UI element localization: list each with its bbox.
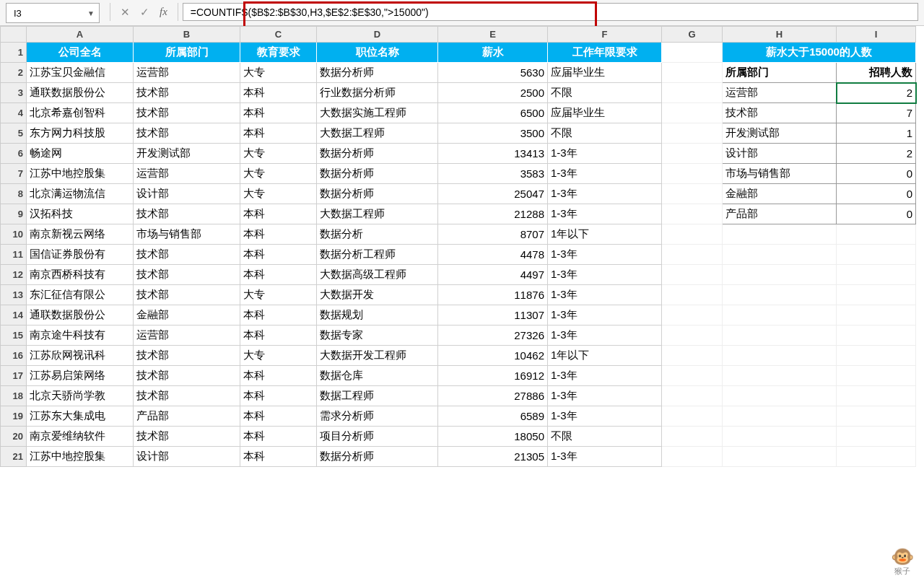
cell-A11[interactable]: 国信证券股份有: [27, 245, 134, 265]
cell-E12[interactable]: 4497: [438, 265, 548, 285]
cell-F20[interactable]: 不限: [548, 427, 662, 447]
cell-D18[interactable]: 数据工程师: [317, 386, 438, 406]
cell-F16[interactable]: 1年以下: [548, 346, 662, 366]
cell-G5[interactable]: [662, 123, 723, 144]
row-header-10[interactable]: 10: [1, 224, 27, 245]
cell-E21[interactable]: 21305: [438, 447, 548, 467]
cell-E20[interactable]: 18050: [438, 427, 548, 447]
cell-B19[interactable]: 产品部: [134, 406, 240, 427]
summary-dept-9[interactable]: 产品部: [723, 204, 837, 224]
row-header-2[interactable]: 2: [1, 63, 27, 83]
row-header-1[interactable]: 1: [1, 43, 27, 63]
cell-G13[interactable]: [662, 285, 723, 305]
spreadsheet-grid[interactable]: ABCDEFGHI1公司全名所属部门教育要求职位名称薪水工作年限要求薪水大于15…: [0, 26, 924, 467]
row-header-7[interactable]: 7: [1, 164, 27, 184]
summary-col1-header[interactable]: 所属部门: [723, 63, 837, 83]
summary-title[interactable]: 薪水大于15000的人数: [723, 43, 916, 63]
cell-G20[interactable]: [662, 427, 723, 447]
cell-H13[interactable]: [723, 285, 837, 305]
col-header-B[interactable]: B: [134, 27, 240, 43]
cell-B15[interactable]: 运营部: [134, 326, 240, 346]
cell-G4[interactable]: [662, 103, 723, 123]
cell-C8[interactable]: 大专: [240, 184, 317, 204]
cell-G2[interactable]: [662, 63, 723, 83]
summary-dept-5[interactable]: 开发测试部: [723, 123, 837, 144]
col-header-G[interactable]: G: [662, 27, 723, 43]
cell-D20[interactable]: 项目分析师: [317, 427, 438, 447]
cell-D7[interactable]: 数据分析师: [317, 164, 438, 184]
cell-C12[interactable]: 本科: [240, 265, 317, 285]
cell-I21[interactable]: [837, 447, 916, 467]
cell-G3[interactable]: [662, 83, 723, 103]
cell-I14[interactable]: [837, 305, 916, 326]
row-header-5[interactable]: 5: [1, 123, 27, 144]
main-header-E[interactable]: 薪水: [438, 43, 548, 63]
row-header-21[interactable]: 21: [1, 447, 27, 467]
summary-count-5[interactable]: 1: [837, 123, 916, 144]
cell-F17[interactable]: 1-3年: [548, 366, 662, 386]
cell-B17[interactable]: 技术部: [134, 366, 240, 386]
row-header-19[interactable]: 19: [1, 406, 27, 427]
cell-C2[interactable]: 大专: [240, 63, 317, 83]
cell-E8[interactable]: 25047: [438, 184, 548, 204]
cell-E7[interactable]: 3583: [438, 164, 548, 184]
cell-D12[interactable]: 大数据高级工程师: [317, 265, 438, 285]
cell-D13[interactable]: 大数据开发: [317, 285, 438, 305]
cell-E18[interactable]: 27886: [438, 386, 548, 406]
cell-H21[interactable]: [723, 447, 837, 467]
confirm-icon[interactable]: ✓: [140, 6, 149, 19]
row-header-3[interactable]: 3: [1, 83, 27, 103]
cell-E16[interactable]: 10462: [438, 346, 548, 366]
cell-F9[interactable]: 1-3年: [548, 204, 662, 224]
cell-C19[interactable]: 本科: [240, 406, 317, 427]
cell-A17[interactable]: 江苏易启策网络: [27, 366, 134, 386]
cell-B8[interactable]: 设计部: [134, 184, 240, 204]
cell-A14[interactable]: 通联数据股份公: [27, 305, 134, 326]
cell-D4[interactable]: 大数据实施工程师: [317, 103, 438, 123]
cell-D6[interactable]: 数据分析师: [317, 144, 438, 164]
cell-B12[interactable]: 技术部: [134, 265, 240, 285]
cell-I18[interactable]: [837, 386, 916, 406]
cell-B3[interactable]: 技术部: [134, 83, 240, 103]
cell-I17[interactable]: [837, 366, 916, 386]
summary-count-7[interactable]: 0: [837, 164, 916, 184]
summary-dept-4[interactable]: 技术部: [723, 103, 837, 123]
row-header-17[interactable]: 17: [1, 366, 27, 386]
cell-I16[interactable]: [837, 346, 916, 366]
cell-G21[interactable]: [662, 447, 723, 467]
cell-H18[interactable]: [723, 386, 837, 406]
cell-A9[interactable]: 汉拓科技: [27, 204, 134, 224]
main-header-D[interactable]: 职位名称: [317, 43, 438, 63]
cell-D14[interactable]: 数据规划: [317, 305, 438, 326]
cell-I11[interactable]: [837, 245, 916, 265]
cell-F3[interactable]: 不限: [548, 83, 662, 103]
cell-D16[interactable]: 大数据开发工程师: [317, 346, 438, 366]
summary-dept-6[interactable]: 设计部: [723, 144, 837, 164]
cell-E2[interactable]: 5630: [438, 63, 548, 83]
cell-F5[interactable]: 不限: [548, 123, 662, 144]
cell-C20[interactable]: 本科: [240, 427, 317, 447]
cell-I15[interactable]: [837, 326, 916, 346]
cell-E6[interactable]: 13413: [438, 144, 548, 164]
cell-G6[interactable]: [662, 144, 723, 164]
cell-D3[interactable]: 行业数据分析师: [317, 83, 438, 103]
cell-A10[interactable]: 南京新视云网络: [27, 224, 134, 245]
cell-E15[interactable]: 27326: [438, 326, 548, 346]
formula-input[interactable]: =COUNTIFS($B$2:$B$30,H3,$E$2:$E$30,">150…: [183, 3, 918, 21]
cancel-icon[interactable]: ✕: [121, 6, 130, 19]
cell-C6[interactable]: 大专: [240, 144, 317, 164]
main-header-F[interactable]: 工作年限要求: [548, 43, 662, 63]
summary-dept-3[interactable]: 运营部: [723, 83, 837, 103]
cell-D10[interactable]: 数据分析: [317, 224, 438, 245]
row-header-18[interactable]: 18: [1, 386, 27, 406]
col-header-E[interactable]: E: [438, 27, 548, 43]
cell-F15[interactable]: 1-3年: [548, 326, 662, 346]
cell-G12[interactable]: [662, 265, 723, 285]
cell-C10[interactable]: 本科: [240, 224, 317, 245]
cell-D17[interactable]: 数据仓库: [317, 366, 438, 386]
row-header-11[interactable]: 11: [1, 245, 27, 265]
cell-H17[interactable]: [723, 366, 837, 386]
cell-B7[interactable]: 运营部: [134, 164, 240, 184]
cell-A8[interactable]: 北京满运物流信: [27, 184, 134, 204]
cell-F13[interactable]: 1-3年: [548, 285, 662, 305]
